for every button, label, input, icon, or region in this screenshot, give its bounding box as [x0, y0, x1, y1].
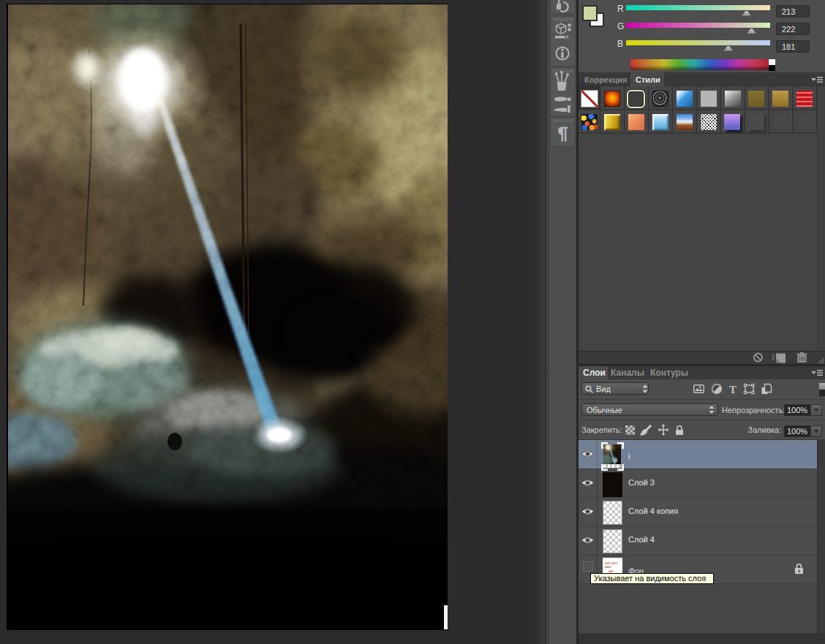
svg-text:сκλ эπч: сκλ эπч [605, 561, 618, 565]
svg-text:T: T [729, 384, 737, 395]
